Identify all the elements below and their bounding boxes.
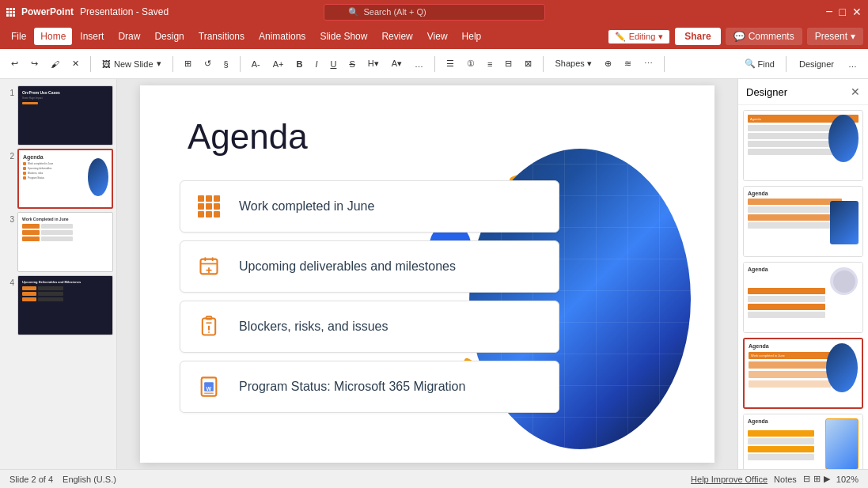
slide-thumb-3[interactable]: 3 Work Completed in June: [3, 212, 113, 272]
menu-bar: File Home Insert Draw Design Transitions…: [0, 24, 868, 49]
alert-icon: [198, 316, 220, 338]
agenda-item-4-text: Program Status: Microsoft 365 Migration: [239, 380, 465, 394]
menu-insert[interactable]: Insert: [74, 28, 110, 45]
redo-button[interactable]: ↪: [26, 56, 43, 71]
slide-num-3: 3: [3, 215, 14, 224]
design-option-4[interactable]: Agenda Work completed in June: [743, 338, 863, 409]
slide-thumb-2[interactable]: 2 Agenda Work completed in June Upcoming…: [3, 149, 113, 209]
underline-button[interactable]: U: [325, 57, 341, 71]
reset-button[interactable]: ↺: [199, 56, 216, 71]
menu-review[interactable]: Review: [375, 28, 419, 45]
strikethrough-button[interactable]: S: [344, 57, 359, 71]
minimize-icon[interactable]: −: [825, 5, 832, 19]
slide-thumb-img-3[interactable]: Work Completed in June: [17, 212, 113, 272]
agenda-item-3[interactable]: Blockers, risks, and issues: [180, 301, 559, 353]
comments-icon: 💬: [733, 31, 745, 42]
design-option-2[interactable]: Agenda: [743, 186, 863, 257]
slide-title: Agenda: [188, 117, 308, 157]
italic-button[interactable]: I: [310, 57, 322, 71]
slide-canvas[interactable]: Agenda: [140, 85, 714, 463]
maximize-icon[interactable]: □: [840, 6, 846, 18]
more-toolbar-button[interactable]: …: [843, 57, 862, 71]
zoom-level[interactable]: 102%: [836, 475, 859, 484]
slide-thumb-1[interactable]: 1 On-Prem Use Cases Some Huge Impact: [3, 85, 113, 146]
more-text-button[interactable]: …: [410, 57, 428, 71]
font-color-button[interactable]: A▾: [387, 56, 407, 71]
search-area: 🔍 Search (Alt + Q): [324, 4, 545, 21]
slide-thumb-img-1[interactable]: On-Prem Use Cases Some Huge Impact: [17, 85, 113, 146]
slide-num-4: 4: [3, 278, 14, 287]
svg-text:W: W: [207, 386, 212, 392]
highlight-button[interactable]: H▾: [363, 56, 384, 71]
slide-thumb-4[interactable]: 4 Upcoming Deliverables and Milestones: [3, 275, 113, 335]
editing-icon: ✏️: [615, 32, 626, 42]
close-icon[interactable]: ✕: [852, 6, 862, 18]
search-box[interactable]: 🔍 Search (Alt + Q): [324, 4, 545, 21]
grid-icon: [198, 195, 220, 218]
slide-thumb-img-4[interactable]: Upcoming Deliverables and Milestones: [17, 275, 113, 335]
font-size-inc[interactable]: A+: [268, 57, 289, 71]
notes-button[interactable]: Notes: [774, 475, 797, 484]
new-slide-button[interactable]: 🖼 New Slide ▾: [97, 56, 166, 71]
menu-design[interactable]: Design: [148, 28, 190, 45]
doc-name: Presentation - Saved: [80, 6, 169, 17]
bold-button[interactable]: B: [291, 57, 307, 71]
format-painter-button[interactable]: 🖌: [46, 57, 64, 71]
menu-help[interactable]: Help: [456, 28, 488, 45]
title-bar-right: − □ ✕: [825, 5, 862, 19]
toolbar: ↩ ↪ 🖌 ✕ 🖼 New Slide ▾ ⊞ ↺ § A- A+ B I U …: [0, 49, 868, 79]
status-bar: Slide 2 of 4 English (U.S.) Help Improve…: [0, 469, 868, 488]
quick-styles-button[interactable]: ≋: [620, 56, 636, 71]
slide-thumb-img-2[interactable]: Agenda Work completed in June Upcoming d…: [17, 149, 113, 209]
designer-toolbar-button[interactable]: Designer: [793, 57, 840, 71]
clear-format-button[interactable]: ✕: [67, 56, 84, 71]
view-reading-icon[interactable]: ▶: [824, 474, 830, 484]
more-drawing-button[interactable]: ⋯: [639, 56, 658, 71]
agenda-item-1[interactable]: Work completed in June: [180, 180, 559, 233]
app-grid-icon[interactable]: [6, 8, 15, 17]
font-size-dec[interactable]: A-: [247, 57, 265, 71]
arrange-button[interactable]: ⊕: [600, 56, 616, 71]
editing-badge[interactable]: ✏️ Editing ▾: [608, 29, 671, 44]
menu-file[interactable]: File: [5, 28, 32, 45]
agenda-item-4[interactable]: W Program Status: Microsoft 365 Migratio…: [180, 361, 559, 413]
designer-panel: Designer ✕ Agenda: [737, 79, 868, 469]
menu-view[interactable]: View: [421, 28, 454, 45]
find-button[interactable]: 🔍 Find: [740, 56, 779, 71]
design-option-3[interactable]: Agenda: [743, 262, 863, 333]
align-button[interactable]: ≡: [483, 57, 497, 71]
slide-info: Slide 2 of 4: [9, 475, 53, 484]
agenda-item-2-text: Upcoming deliverables and milestones: [239, 259, 456, 274]
thumb3-rows: [22, 224, 108, 241]
zoom-controls: ⊟ ⊞ ▶ 102%: [803, 474, 859, 484]
agenda-item-2[interactable]: Upcoming deliverables and milestones: [180, 240, 559, 293]
menu-draw[interactable]: Draw: [112, 28, 146, 45]
section-button[interactable]: §: [219, 57, 233, 71]
view-normal-icon[interactable]: ⊟: [803, 474, 810, 484]
menu-animations[interactable]: Animations: [252, 28, 312, 45]
present-button[interactable]: Present ▾: [807, 28, 863, 45]
undo-button[interactable]: ↩: [6, 56, 23, 71]
shapes-button[interactable]: Shapes ▾: [550, 56, 596, 71]
designer-close-button[interactable]: ✕: [851, 85, 860, 98]
column-button[interactable]: ⊟: [500, 56, 517, 71]
help-improve-label[interactable]: Help Improve Office: [691, 475, 768, 484]
menu-transitions[interactable]: Transitions: [192, 28, 251, 45]
bullets-button[interactable]: ☰: [442, 56, 459, 71]
layout-button[interactable]: ⊞: [180, 56, 196, 71]
design-option-1[interactable]: Agenda: [743, 110, 863, 181]
agenda-item-3-text: Blockers, risks, and issues: [239, 320, 389, 334]
design-option-5[interactable]: Agenda: [743, 414, 863, 469]
do2-title: Agenda: [748, 191, 859, 196]
view-slide-sorter-icon[interactable]: ⊞: [813, 474, 821, 484]
smartart-button[interactable]: ⊠: [520, 56, 536, 71]
share-button[interactable]: Share: [675, 28, 720, 45]
numbering-button[interactable]: ①: [462, 56, 479, 71]
menu-home[interactable]: Home: [34, 28, 72, 45]
thumb4-title: Upcoming Deliverables and Milestones: [22, 280, 108, 284]
canvas-area: Agenda: [117, 79, 737, 469]
status-right: Help Improve Office Notes ⊟ ⊞ ▶ 102%: [691, 474, 859, 484]
menu-slideshow[interactable]: Slide Show: [313, 28, 373, 45]
comments-button[interactable]: 💬 Comments: [726, 28, 802, 45]
toolbar-sep-1: [90, 56, 91, 72]
